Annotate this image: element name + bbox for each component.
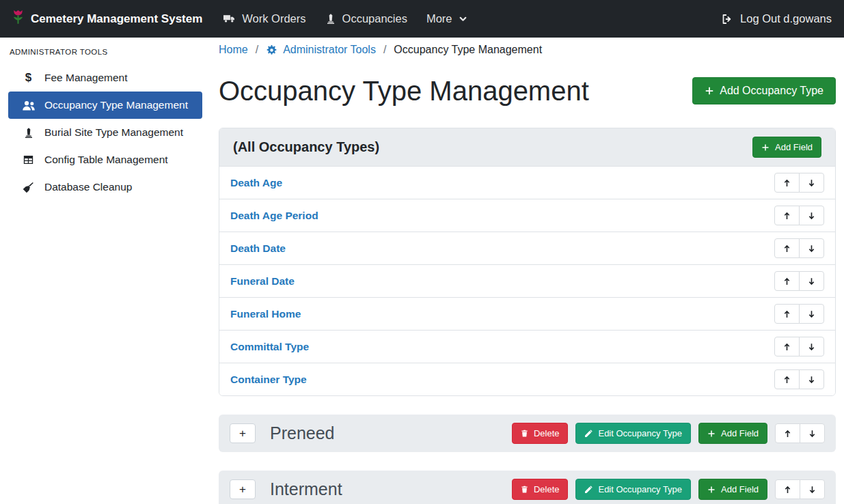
reorder-group bbox=[775, 479, 825, 499]
arrow-down-icon bbox=[807, 244, 816, 253]
chevron-down-icon bbox=[459, 14, 467, 23]
reorder-group bbox=[774, 271, 824, 291]
expand-section-button[interactable]: + bbox=[230, 479, 256, 499]
nav-more[interactable]: More bbox=[417, 7, 477, 31]
occupancy-type-section-interment: + Interment Delete Edit Occupancy Type A… bbox=[219, 471, 836, 504]
move-up-button[interactable] bbox=[774, 173, 800, 193]
field-link-death-age[interactable]: Death Age bbox=[230, 177, 282, 189]
reorder-group bbox=[774, 238, 824, 258]
breadcrumb-home-link[interactable]: Home bbox=[219, 44, 248, 56]
delete-button[interactable]: Delete bbox=[512, 423, 569, 444]
monument-icon bbox=[325, 13, 336, 25]
field-link-death-date[interactable]: Death Date bbox=[230, 242, 286, 255]
users-icon bbox=[21, 100, 36, 111]
move-down-button[interactable] bbox=[800, 423, 825, 443]
gear-icon bbox=[266, 44, 277, 56]
trash-icon bbox=[521, 485, 528, 494]
monument-icon bbox=[21, 127, 36, 139]
move-down-button[interactable] bbox=[799, 238, 824, 258]
field-link-container-type[interactable]: Container Type bbox=[230, 374, 307, 386]
breadcrumb-separator: / bbox=[383, 44, 386, 56]
delete-label: Delete bbox=[534, 484, 560, 494]
table-icon bbox=[21, 154, 36, 165]
section-title: Preneed bbox=[270, 423, 512, 443]
move-down-button[interactable] bbox=[799, 173, 824, 193]
move-up-button[interactable] bbox=[774, 238, 800, 258]
add-occupancy-type-button[interactable]: Add Occupancy Type bbox=[692, 77, 836, 104]
arrow-up-icon bbox=[782, 178, 791, 188]
move-down-button[interactable] bbox=[800, 479, 825, 499]
all-occupancy-types-card: (All Occupancy Types) Add Field Death Ag… bbox=[219, 128, 836, 396]
arrow-down-icon bbox=[808, 485, 817, 494]
sidebar-item-burial-site-type-management[interactable]: Burial Site Type Management bbox=[8, 119, 202, 146]
move-up-button[interactable] bbox=[774, 304, 800, 324]
nav-work-orders[interactable]: Work Orders bbox=[213, 7, 315, 31]
sidebar-item-config-table-management[interactable]: Config Table Management bbox=[8, 146, 202, 173]
logout-button[interactable]: Log Out d.gowans bbox=[721, 12, 832, 25]
field-row: Container Type bbox=[219, 363, 835, 395]
field-row: Death Date bbox=[219, 232, 835, 264]
dollar-icon: $ bbox=[21, 71, 36, 85]
breadcrumb-separator: / bbox=[256, 44, 258, 56]
move-up-button[interactable] bbox=[775, 479, 800, 499]
move-up-button[interactable] bbox=[774, 337, 800, 356]
main-nav: Work Orders Occupancies More bbox=[213, 7, 476, 31]
section-actions: Delete Edit Occupancy Type Add Field bbox=[512, 479, 825, 500]
sidebar-item-label: Occupancy Type Management bbox=[44, 99, 188, 111]
move-up-button[interactable] bbox=[774, 369, 800, 389]
reorder-group bbox=[775, 423, 825, 443]
field-row: Death Age bbox=[219, 166, 835, 199]
move-up-button[interactable] bbox=[775, 423, 800, 443]
field-row: Funeral Home bbox=[219, 297, 835, 330]
move-down-button[interactable] bbox=[799, 304, 824, 324]
app-brand[interactable]: Cemetery Management System bbox=[12, 10, 202, 28]
field-link-committal-type[interactable]: Committal Type bbox=[230, 341, 309, 353]
add-field-label: Add Field bbox=[775, 142, 813, 152]
occupancy-type-section-preneed: + Preneed Delete Edit Occupancy Type Add… bbox=[219, 415, 836, 452]
move-down-button[interactable] bbox=[799, 369, 824, 389]
reorder-group bbox=[774, 173, 824, 193]
sidebar-item-label: Database Cleanup bbox=[44, 181, 132, 193]
section-actions: Delete Edit Occupancy Type Add Field bbox=[512, 423, 825, 444]
move-down-button[interactable] bbox=[799, 206, 824, 225]
nav-occupancies[interactable]: Occupancies bbox=[316, 7, 417, 31]
expand-section-button[interactable]: + bbox=[230, 423, 256, 443]
reorder-group bbox=[774, 206, 824, 225]
add-field-label: Add Field bbox=[721, 428, 759, 438]
field-link-death-age-period[interactable]: Death Age Period bbox=[230, 210, 318, 222]
trash-icon bbox=[521, 429, 528, 438]
title-row: Occupancy Type Management Add Occupancy … bbox=[219, 73, 836, 109]
sidebar-item-occupancy-type-management[interactable]: Occupancy Type Management bbox=[8, 92, 202, 119]
plus-icon bbox=[707, 486, 716, 494]
arrow-up-icon bbox=[783, 429, 792, 438]
edit-occupancy-type-button[interactable]: Edit Occupancy Type bbox=[575, 423, 691, 444]
field-row: Death Age Period bbox=[219, 199, 835, 232]
add-field-button[interactable]: Add Field bbox=[698, 479, 767, 500]
move-up-button[interactable] bbox=[774, 206, 800, 225]
add-field-button[interactable]: Add Field bbox=[752, 137, 821, 158]
move-down-button[interactable] bbox=[799, 337, 824, 356]
plus-icon bbox=[707, 430, 716, 438]
top-navbar: Cemetery Management System Work Orders O… bbox=[0, 0, 844, 38]
sidebar-item-database-cleanup[interactable]: Database Cleanup bbox=[8, 173, 202, 201]
arrow-up-icon bbox=[782, 309, 791, 319]
delete-button[interactable]: Delete bbox=[512, 479, 569, 500]
all-occupancy-types-header: (All Occupancy Types) Add Field bbox=[219, 128, 835, 166]
plus-icon bbox=[761, 143, 770, 152]
move-down-button[interactable] bbox=[799, 271, 824, 291]
edit-occupancy-type-button[interactable]: Edit Occupancy Type bbox=[575, 479, 691, 500]
move-up-button[interactable] bbox=[774, 271, 800, 291]
field-link-funeral-date[interactable]: Funeral Date bbox=[230, 275, 295, 288]
add-field-button[interactable]: Add Field bbox=[698, 423, 767, 444]
arrow-down-icon bbox=[807, 178, 816, 188]
edit-occupancy-type-label: Edit Occupancy Type bbox=[598, 484, 682, 494]
sidebar-item-label: Burial Site Type Management bbox=[44, 126, 183, 139]
breadcrumb-admin-tools-link[interactable]: Administrator Tools bbox=[266, 44, 376, 56]
field-row: Funeral Date bbox=[219, 264, 835, 297]
field-link-funeral-home[interactable]: Funeral Home bbox=[230, 308, 301, 320]
edit-occupancy-type-label: Edit Occupancy Type bbox=[598, 428, 682, 438]
sidebar-item-fee-management[interactable]: $ Fee Management bbox=[8, 64, 202, 92]
app-title: Cemetery Management System bbox=[31, 12, 202, 26]
admin-tools-sidebar: Administrator Tools $ Fee Management Occ… bbox=[0, 38, 210, 504]
add-field-label: Add Field bbox=[721, 484, 759, 494]
